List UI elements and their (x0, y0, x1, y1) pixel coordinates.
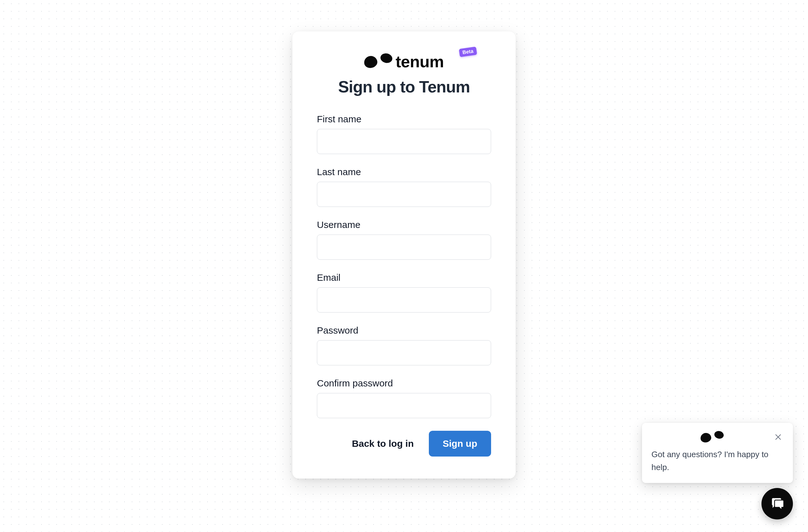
card-title: Sign up to Tenum (317, 77, 491, 96)
signup-card: tenum Beta Sign up to Tenum First name L… (292, 32, 516, 479)
form-actions: Back to log in Sign up (317, 431, 491, 457)
last-name-label: Last name (317, 167, 491, 177)
username-field: Username (317, 219, 491, 260)
brand-name: tenum (396, 53, 444, 70)
password-label: Password (317, 325, 491, 336)
first-name-label: First name (317, 114, 491, 125)
chat-popup-header (651, 432, 784, 443)
back-to-login-button[interactable]: Back to log in (345, 433, 421, 455)
brand-logo: tenum Beta (317, 53, 491, 70)
chat-popup-close-button[interactable] (773, 432, 784, 442)
close-icon (774, 437, 782, 442)
confirm-password-input[interactable] (317, 393, 491, 418)
email-input[interactable] (317, 287, 491, 313)
email-field: Email (317, 272, 491, 313)
signup-button[interactable]: Sign up (429, 431, 491, 457)
username-input[interactable] (317, 235, 491, 260)
tenum-logo-icon (364, 54, 392, 69)
page: tenum Beta Sign up to Tenum First name L… (0, 0, 808, 532)
chat-launcher-button[interactable] (761, 488, 793, 519)
first-name-input[interactable] (317, 129, 491, 154)
chat-popup-message: Got any questions? I'm happy to help. (651, 448, 784, 474)
chat-avatar-icon (700, 432, 724, 443)
beta-badge: Beta (459, 47, 477, 57)
chat-bubble-icon (769, 496, 785, 512)
confirm-password-field: Confirm password (317, 378, 491, 418)
first-name-field: First name (317, 114, 491, 154)
email-label: Email (317, 272, 491, 283)
password-input[interactable] (317, 340, 491, 365)
last-name-field: Last name (317, 167, 491, 207)
password-field: Password (317, 325, 491, 365)
username-label: Username (317, 219, 491, 230)
last-name-input[interactable] (317, 182, 491, 207)
chat-popup: Got any questions? I'm happy to help. (642, 423, 793, 483)
confirm-password-label: Confirm password (317, 378, 491, 389)
